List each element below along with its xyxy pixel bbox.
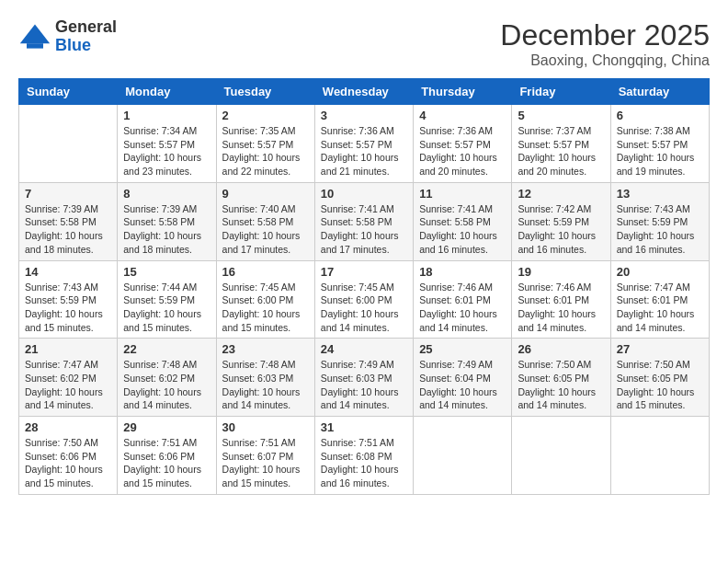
day-cell: 20Sunrise: 7:47 AMSunset: 6:01 PMDayligh…	[610, 260, 709, 339]
week-row-1: 1Sunrise: 7:34 AMSunset: 5:57 PMDaylight…	[19, 105, 710, 183]
weekday-header-tuesday: Tuesday	[216, 79, 314, 105]
day-info: Sunrise: 7:50 AMSunset: 6:06 PMDaylight:…	[25, 436, 111, 490]
day-info: Sunrise: 7:43 AMSunset: 5:59 PMDaylight:…	[25, 281, 111, 335]
weekday-header-thursday: Thursday	[414, 79, 512, 105]
day-number: 12	[518, 187, 604, 201]
day-cell: 8Sunrise: 7:39 AMSunset: 5:58 PMDaylight…	[118, 182, 216, 260]
day-info: Sunrise: 7:48 AMSunset: 6:02 PMDaylight:…	[123, 358, 210, 412]
day-info: Sunrise: 7:48 AMSunset: 6:03 PMDaylight:…	[222, 358, 309, 412]
day-cell: 14Sunrise: 7:43 AMSunset: 5:59 PMDayligh…	[19, 260, 118, 339]
day-info: Sunrise: 7:45 AMSunset: 6:00 PMDaylight:…	[222, 281, 309, 335]
day-cell: 7Sunrise: 7:39 AMSunset: 5:58 PMDaylight…	[19, 182, 118, 260]
day-info: Sunrise: 7:42 AMSunset: 5:59 PMDaylight:…	[518, 202, 604, 257]
day-number: 6	[617, 109, 703, 122]
day-number: 7	[25, 187, 111, 201]
day-cell: 28Sunrise: 7:50 AMSunset: 6:06 PMDayligh…	[19, 417, 118, 495]
day-cell	[512, 417, 610, 495]
day-cell: 4Sunrise: 7:36 AMSunset: 5:57 PMDaylight…	[414, 105, 512, 183]
day-cell: 15Sunrise: 7:44 AMSunset: 5:59 PMDayligh…	[118, 260, 216, 339]
day-number: 10	[321, 187, 407, 201]
weekday-header-saturday: Saturday	[610, 79, 709, 105]
day-number: 9	[222, 187, 309, 201]
day-number: 28	[25, 420, 111, 434]
day-number: 27	[617, 342, 703, 356]
title-section: December 2025 Baoxing, Chongqing, China	[500, 18, 710, 69]
day-cell: 13Sunrise: 7:43 AMSunset: 5:59 PMDayligh…	[610, 182, 709, 260]
logo-icon	[18, 20, 51, 53]
day-info: Sunrise: 7:37 AMSunset: 5:57 PMDaylight:…	[518, 124, 604, 178]
day-info: Sunrise: 7:45 AMSunset: 6:00 PMDaylight:…	[321, 281, 407, 335]
day-info: Sunrise: 7:51 AMSunset: 6:08 PMDaylight:…	[321, 436, 407, 490]
day-number: 8	[123, 187, 210, 201]
day-number: 24	[321, 342, 407, 356]
day-number: 4	[419, 109, 506, 122]
svg-rect-1	[27, 43, 43, 48]
day-info: Sunrise: 7:49 AMSunset: 6:04 PMDaylight:…	[419, 358, 506, 412]
day-number: 16	[222, 265, 309, 279]
weekday-header-monday: Monday	[118, 79, 216, 105]
day-info: Sunrise: 7:43 AMSunset: 5:59 PMDaylight:…	[617, 202, 703, 257]
day-cell: 30Sunrise: 7:51 AMSunset: 6:07 PMDayligh…	[216, 417, 314, 495]
day-number: 17	[321, 265, 407, 279]
day-number: 2	[222, 109, 309, 122]
weekday-header-row: SundayMondayTuesdayWednesdayThursdayFrid…	[19, 79, 710, 105]
day-cell	[610, 417, 709, 495]
day-cell	[414, 417, 512, 495]
day-number: 22	[123, 342, 210, 356]
day-info: Sunrise: 7:41 AMSunset: 5:58 PMDaylight:…	[419, 202, 506, 257]
day-number: 30	[222, 420, 309, 434]
day-info: Sunrise: 7:38 AMSunset: 5:57 PMDaylight:…	[617, 124, 703, 178]
location: Baoxing, Chongqing, China	[500, 52, 710, 69]
day-cell: 21Sunrise: 7:47 AMSunset: 6:02 PMDayligh…	[19, 339, 118, 417]
day-info: Sunrise: 7:40 AMSunset: 5:58 PMDaylight:…	[222, 202, 309, 257]
day-cell: 19Sunrise: 7:46 AMSunset: 6:01 PMDayligh…	[512, 260, 610, 339]
day-number: 21	[25, 342, 111, 356]
logo-general: General	[55, 18, 117, 37]
day-number: 15	[123, 265, 210, 279]
day-info: Sunrise: 7:39 AMSunset: 5:58 PMDaylight:…	[123, 202, 210, 257]
day-cell: 1Sunrise: 7:34 AMSunset: 5:57 PMDaylight…	[118, 105, 216, 183]
day-cell: 24Sunrise: 7:49 AMSunset: 6:03 PMDayligh…	[314, 339, 413, 417]
day-info: Sunrise: 7:47 AMSunset: 6:01 PMDaylight:…	[617, 281, 703, 335]
day-info: Sunrise: 7:50 AMSunset: 6:05 PMDaylight:…	[518, 358, 604, 412]
day-cell: 22Sunrise: 7:48 AMSunset: 6:02 PMDayligh…	[118, 339, 216, 417]
logo-blue: Blue	[55, 37, 117, 55]
day-info: Sunrise: 7:46 AMSunset: 6:01 PMDaylight:…	[518, 281, 604, 335]
day-cell: 26Sunrise: 7:50 AMSunset: 6:05 PMDayligh…	[512, 339, 610, 417]
logo-text: General Blue	[55, 18, 117, 55]
day-number: 31	[321, 420, 407, 434]
day-number: 14	[25, 265, 111, 279]
day-cell: 17Sunrise: 7:45 AMSunset: 6:00 PMDayligh…	[314, 260, 413, 339]
day-cell: 9Sunrise: 7:40 AMSunset: 5:58 PMDaylight…	[216, 182, 314, 260]
weekday-header-sunday: Sunday	[19, 79, 118, 105]
day-cell: 11Sunrise: 7:41 AMSunset: 5:58 PMDayligh…	[414, 182, 512, 260]
day-info: Sunrise: 7:51 AMSunset: 6:07 PMDaylight:…	[222, 436, 309, 490]
day-info: Sunrise: 7:51 AMSunset: 6:06 PMDaylight:…	[123, 436, 210, 490]
day-cell: 23Sunrise: 7:48 AMSunset: 6:03 PMDayligh…	[216, 339, 314, 417]
day-info: Sunrise: 7:39 AMSunset: 5:58 PMDaylight:…	[25, 202, 111, 257]
day-info: Sunrise: 7:34 AMSunset: 5:57 PMDaylight:…	[123, 124, 210, 178]
weekday-header-wednesday: Wednesday	[314, 79, 413, 105]
day-cell: 27Sunrise: 7:50 AMSunset: 6:05 PMDayligh…	[610, 339, 709, 417]
day-info: Sunrise: 7:46 AMSunset: 6:01 PMDaylight:…	[419, 281, 506, 335]
day-number: 19	[518, 265, 604, 279]
weekday-header-friday: Friday	[512, 79, 610, 105]
day-cell	[19, 105, 118, 183]
day-number: 11	[419, 187, 506, 201]
week-row-5: 28Sunrise: 7:50 AMSunset: 6:06 PMDayligh…	[19, 417, 710, 495]
day-info: Sunrise: 7:50 AMSunset: 6:05 PMDaylight:…	[617, 358, 703, 412]
day-number: 23	[222, 342, 309, 356]
day-number: 18	[419, 265, 506, 279]
month-year: December 2025	[500, 18, 710, 52]
day-number: 13	[617, 187, 703, 201]
day-cell: 18Sunrise: 7:46 AMSunset: 6:01 PMDayligh…	[414, 260, 512, 339]
day-cell: 12Sunrise: 7:42 AMSunset: 5:59 PMDayligh…	[512, 182, 610, 260]
logo: General Blue	[18, 18, 117, 55]
day-cell: 10Sunrise: 7:41 AMSunset: 5:58 PMDayligh…	[314, 182, 413, 260]
day-info: Sunrise: 7:36 AMSunset: 5:57 PMDaylight:…	[321, 124, 407, 178]
day-info: Sunrise: 7:47 AMSunset: 6:02 PMDaylight:…	[25, 358, 111, 412]
day-info: Sunrise: 7:44 AMSunset: 5:59 PMDaylight:…	[123, 281, 210, 335]
day-cell: 16Sunrise: 7:45 AMSunset: 6:00 PMDayligh…	[216, 260, 314, 339]
day-number: 29	[123, 420, 210, 434]
day-cell: 31Sunrise: 7:51 AMSunset: 6:08 PMDayligh…	[314, 417, 413, 495]
